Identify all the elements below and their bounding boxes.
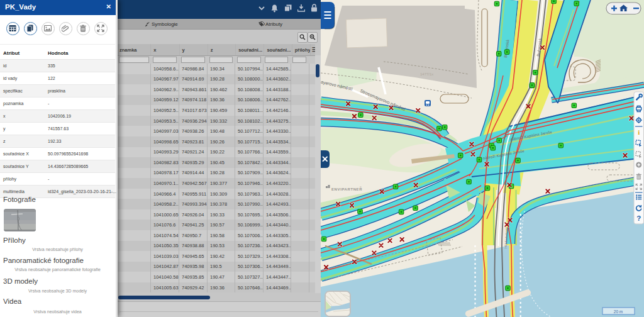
svg-text:Hlávkuv most: Hlávkuv most: [504, 227, 508, 248]
svg-text:i: i: [638, 128, 640, 136]
svg-text:ENVIPARTNER: ENVIPARTNER: [331, 187, 362, 191]
svg-text:®: ®: [360, 186, 362, 189]
svg-text:1477/1x: 1477/1x: [420, 72, 433, 76]
svg-text:?: ?: [636, 214, 641, 222]
svg-text:20 m: 20 m: [614, 309, 623, 314]
